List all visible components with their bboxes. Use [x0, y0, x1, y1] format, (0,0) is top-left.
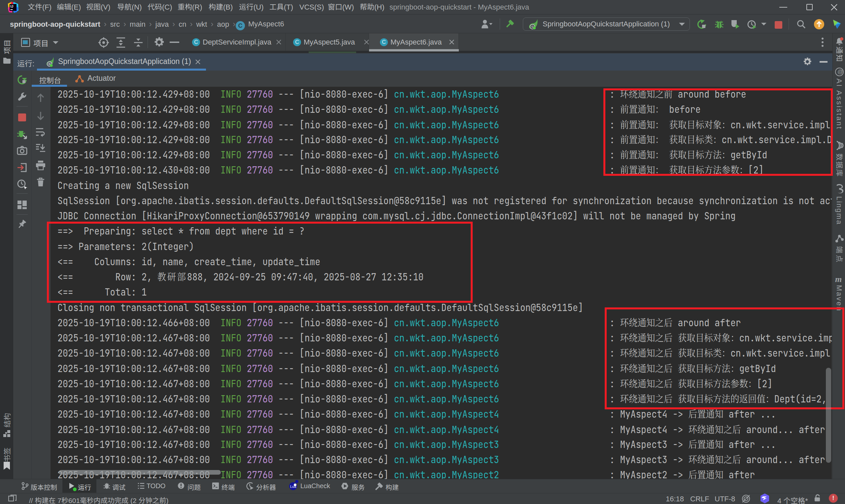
svg-text:IJ: IJ: [11, 4, 14, 8]
